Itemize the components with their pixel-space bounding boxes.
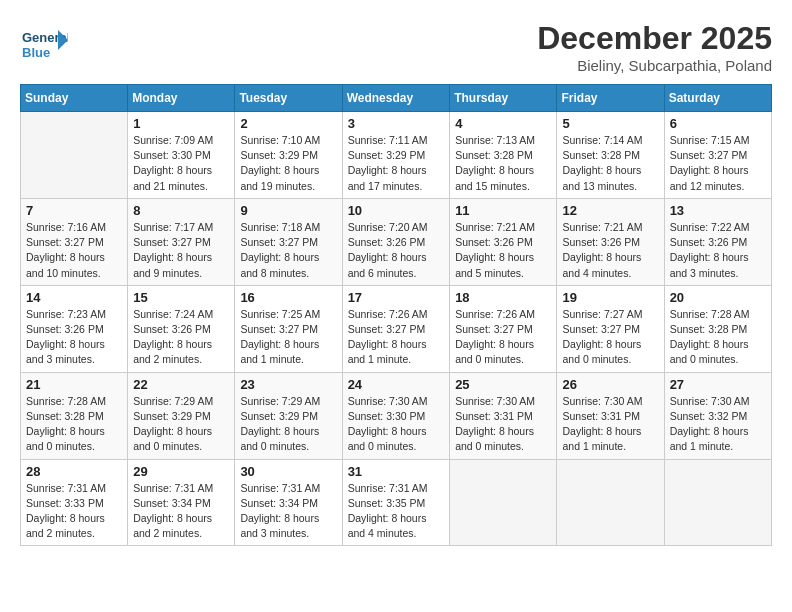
day-info: Sunrise: 7:31 AMSunset: 3:34 PMDaylight:… bbox=[133, 481, 229, 542]
calendar-week-5: 28Sunrise: 7:31 AMSunset: 3:33 PMDayligh… bbox=[21, 459, 772, 546]
day-info: Sunrise: 7:21 AMSunset: 3:26 PMDaylight:… bbox=[562, 220, 658, 281]
weekday-header-monday: Monday bbox=[128, 85, 235, 112]
day-info: Sunrise: 7:25 AMSunset: 3:27 PMDaylight:… bbox=[240, 307, 336, 368]
day-number: 11 bbox=[455, 203, 551, 218]
weekday-header-friday: Friday bbox=[557, 85, 664, 112]
calendar-cell: 23Sunrise: 7:29 AMSunset: 3:29 PMDayligh… bbox=[235, 372, 342, 459]
calendar-body: 1Sunrise: 7:09 AMSunset: 3:30 PMDaylight… bbox=[21, 112, 772, 546]
calendar-cell: 18Sunrise: 7:26 AMSunset: 3:27 PMDayligh… bbox=[450, 285, 557, 372]
calendar-cell: 1Sunrise: 7:09 AMSunset: 3:30 PMDaylight… bbox=[128, 112, 235, 199]
calendar-cell: 14Sunrise: 7:23 AMSunset: 3:26 PMDayligh… bbox=[21, 285, 128, 372]
day-number: 14 bbox=[26, 290, 122, 305]
day-info: Sunrise: 7:28 AMSunset: 3:28 PMDaylight:… bbox=[670, 307, 766, 368]
day-info: Sunrise: 7:17 AMSunset: 3:27 PMDaylight:… bbox=[133, 220, 229, 281]
day-number: 21 bbox=[26, 377, 122, 392]
title-block: December 2025 Bieliny, Subcarpathia, Pol… bbox=[537, 20, 772, 74]
day-number: 25 bbox=[455, 377, 551, 392]
calendar-cell bbox=[557, 459, 664, 546]
day-info: Sunrise: 7:29 AMSunset: 3:29 PMDaylight:… bbox=[133, 394, 229, 455]
day-info: Sunrise: 7:28 AMSunset: 3:28 PMDaylight:… bbox=[26, 394, 122, 455]
day-number: 17 bbox=[348, 290, 445, 305]
calendar-cell: 12Sunrise: 7:21 AMSunset: 3:26 PMDayligh… bbox=[557, 198, 664, 285]
calendar-cell: 2Sunrise: 7:10 AMSunset: 3:29 PMDaylight… bbox=[235, 112, 342, 199]
svg-text:Blue: Blue bbox=[22, 45, 50, 60]
calendar-cell: 9Sunrise: 7:18 AMSunset: 3:27 PMDaylight… bbox=[235, 198, 342, 285]
day-info: Sunrise: 7:30 AMSunset: 3:31 PMDaylight:… bbox=[455, 394, 551, 455]
calendar-cell: 26Sunrise: 7:30 AMSunset: 3:31 PMDayligh… bbox=[557, 372, 664, 459]
day-info: Sunrise: 7:21 AMSunset: 3:26 PMDaylight:… bbox=[455, 220, 551, 281]
day-info: Sunrise: 7:20 AMSunset: 3:26 PMDaylight:… bbox=[348, 220, 445, 281]
calendar-cell: 3Sunrise: 7:11 AMSunset: 3:29 PMDaylight… bbox=[342, 112, 450, 199]
weekday-header-thursday: Thursday bbox=[450, 85, 557, 112]
calendar-cell: 8Sunrise: 7:17 AMSunset: 3:27 PMDaylight… bbox=[128, 198, 235, 285]
day-number: 9 bbox=[240, 203, 336, 218]
day-number: 19 bbox=[562, 290, 658, 305]
calendar-cell: 7Sunrise: 7:16 AMSunset: 3:27 PMDaylight… bbox=[21, 198, 128, 285]
calendar-cell: 27Sunrise: 7:30 AMSunset: 3:32 PMDayligh… bbox=[664, 372, 771, 459]
calendar-cell bbox=[450, 459, 557, 546]
calendar-cell: 16Sunrise: 7:25 AMSunset: 3:27 PMDayligh… bbox=[235, 285, 342, 372]
day-info: Sunrise: 7:18 AMSunset: 3:27 PMDaylight:… bbox=[240, 220, 336, 281]
calendar-cell: 17Sunrise: 7:26 AMSunset: 3:27 PMDayligh… bbox=[342, 285, 450, 372]
day-info: Sunrise: 7:16 AMSunset: 3:27 PMDaylight:… bbox=[26, 220, 122, 281]
logo-icon: General Blue bbox=[20, 20, 68, 68]
calendar-cell: 10Sunrise: 7:20 AMSunset: 3:26 PMDayligh… bbox=[342, 198, 450, 285]
calendar-cell: 4Sunrise: 7:13 AMSunset: 3:28 PMDaylight… bbox=[450, 112, 557, 199]
weekday-header-saturday: Saturday bbox=[664, 85, 771, 112]
weekday-header-tuesday: Tuesday bbox=[235, 85, 342, 112]
calendar-cell: 21Sunrise: 7:28 AMSunset: 3:28 PMDayligh… bbox=[21, 372, 128, 459]
day-info: Sunrise: 7:27 AMSunset: 3:27 PMDaylight:… bbox=[562, 307, 658, 368]
day-number: 27 bbox=[670, 377, 766, 392]
day-number: 4 bbox=[455, 116, 551, 131]
day-number: 13 bbox=[670, 203, 766, 218]
day-number: 6 bbox=[670, 116, 766, 131]
weekday-header-sunday: Sunday bbox=[21, 85, 128, 112]
calendar-cell: 30Sunrise: 7:31 AMSunset: 3:34 PMDayligh… bbox=[235, 459, 342, 546]
calendar-week-1: 1Sunrise: 7:09 AMSunset: 3:30 PMDaylight… bbox=[21, 112, 772, 199]
month-title: December 2025 bbox=[537, 20, 772, 57]
day-info: Sunrise: 7:26 AMSunset: 3:27 PMDaylight:… bbox=[348, 307, 445, 368]
calendar-cell: 11Sunrise: 7:21 AMSunset: 3:26 PMDayligh… bbox=[450, 198, 557, 285]
day-number: 31 bbox=[348, 464, 445, 479]
calendar-cell: 22Sunrise: 7:29 AMSunset: 3:29 PMDayligh… bbox=[128, 372, 235, 459]
calendar-week-3: 14Sunrise: 7:23 AMSunset: 3:26 PMDayligh… bbox=[21, 285, 772, 372]
day-info: Sunrise: 7:15 AMSunset: 3:27 PMDaylight:… bbox=[670, 133, 766, 194]
day-info: Sunrise: 7:10 AMSunset: 3:29 PMDaylight:… bbox=[240, 133, 336, 194]
location-subtitle: Bieliny, Subcarpathia, Poland bbox=[537, 57, 772, 74]
calendar-cell: 6Sunrise: 7:15 AMSunset: 3:27 PMDaylight… bbox=[664, 112, 771, 199]
calendar-week-2: 7Sunrise: 7:16 AMSunset: 3:27 PMDaylight… bbox=[21, 198, 772, 285]
day-number: 7 bbox=[26, 203, 122, 218]
page-header: General Blue December 2025 Bieliny, Subc… bbox=[20, 20, 772, 74]
day-number: 5 bbox=[562, 116, 658, 131]
day-number: 30 bbox=[240, 464, 336, 479]
day-number: 1 bbox=[133, 116, 229, 131]
calendar-cell: 13Sunrise: 7:22 AMSunset: 3:26 PMDayligh… bbox=[664, 198, 771, 285]
day-info: Sunrise: 7:29 AMSunset: 3:29 PMDaylight:… bbox=[240, 394, 336, 455]
calendar-table: SundayMondayTuesdayWednesdayThursdayFrid… bbox=[20, 84, 772, 546]
day-info: Sunrise: 7:11 AMSunset: 3:29 PMDaylight:… bbox=[348, 133, 445, 194]
calendar-header-row: SundayMondayTuesdayWednesdayThursdayFrid… bbox=[21, 85, 772, 112]
day-info: Sunrise: 7:09 AMSunset: 3:30 PMDaylight:… bbox=[133, 133, 229, 194]
day-info: Sunrise: 7:30 AMSunset: 3:31 PMDaylight:… bbox=[562, 394, 658, 455]
calendar-cell: 28Sunrise: 7:31 AMSunset: 3:33 PMDayligh… bbox=[21, 459, 128, 546]
day-info: Sunrise: 7:26 AMSunset: 3:27 PMDaylight:… bbox=[455, 307, 551, 368]
calendar-cell: 20Sunrise: 7:28 AMSunset: 3:28 PMDayligh… bbox=[664, 285, 771, 372]
day-number: 26 bbox=[562, 377, 658, 392]
day-number: 2 bbox=[240, 116, 336, 131]
day-info: Sunrise: 7:23 AMSunset: 3:26 PMDaylight:… bbox=[26, 307, 122, 368]
day-number: 29 bbox=[133, 464, 229, 479]
day-number: 28 bbox=[26, 464, 122, 479]
day-number: 8 bbox=[133, 203, 229, 218]
day-number: 24 bbox=[348, 377, 445, 392]
day-info: Sunrise: 7:31 AMSunset: 3:34 PMDaylight:… bbox=[240, 481, 336, 542]
day-number: 10 bbox=[348, 203, 445, 218]
day-number: 23 bbox=[240, 377, 336, 392]
calendar-cell: 31Sunrise: 7:31 AMSunset: 3:35 PMDayligh… bbox=[342, 459, 450, 546]
day-info: Sunrise: 7:24 AMSunset: 3:26 PMDaylight:… bbox=[133, 307, 229, 368]
day-info: Sunrise: 7:14 AMSunset: 3:28 PMDaylight:… bbox=[562, 133, 658, 194]
day-info: Sunrise: 7:31 AMSunset: 3:33 PMDaylight:… bbox=[26, 481, 122, 542]
calendar-cell: 24Sunrise: 7:30 AMSunset: 3:30 PMDayligh… bbox=[342, 372, 450, 459]
calendar-cell: 15Sunrise: 7:24 AMSunset: 3:26 PMDayligh… bbox=[128, 285, 235, 372]
calendar-cell: 25Sunrise: 7:30 AMSunset: 3:31 PMDayligh… bbox=[450, 372, 557, 459]
day-number: 22 bbox=[133, 377, 229, 392]
